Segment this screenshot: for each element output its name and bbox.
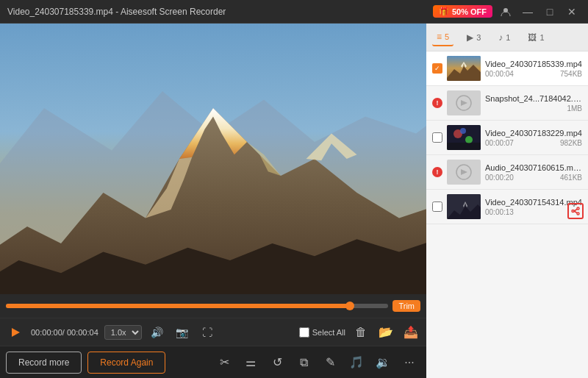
progress-bar[interactable] bbox=[6, 304, 388, 308]
select-all-area: Select All bbox=[299, 327, 345, 338]
image-tab-count: 1 bbox=[539, 33, 544, 42]
title-bar: Video_240307185339.mp4 - Aiseesoft Scree… bbox=[0, 0, 588, 24]
file-info: Video_240307183229.mp4 00:00:07 982KB bbox=[485, 129, 582, 147]
main-layout: Trim 00:00:00/ 00:00:04 0.5x 1.0x 1.5x 2… bbox=[0, 24, 588, 378]
svg-point-8 bbox=[460, 128, 466, 134]
list-item[interactable]: ! Audio_240307160615.mp3 00:00:20 461KB bbox=[426, 155, 588, 190]
right-panel: ≡ 5 ▶ 3 ♪ 1 🖼 1 ✓ bbox=[426, 24, 588, 378]
app-title: Video_240307185339.mp4 - Aiseesoft Scree… bbox=[7, 7, 226, 17]
more-tool[interactable]: ··· bbox=[398, 352, 420, 374]
cut-tool[interactable]: ✂ bbox=[213, 352, 235, 374]
file-meta: 00:00:20 461KB bbox=[485, 174, 582, 182]
file-meta: 1MB bbox=[485, 104, 582, 113]
record-more-button[interactable]: Record more bbox=[6, 352, 82, 374]
tab-all[interactable]: ≡ 5 bbox=[432, 29, 453, 46]
audio-tab-icon: ♪ bbox=[498, 32, 503, 43]
title-bar-left: Video_240307185339.mp4 - Aiseesoft Scree… bbox=[7, 7, 226, 17]
video-tab-icon: ▶ bbox=[467, 32, 473, 43]
user-button[interactable] bbox=[497, 3, 514, 21]
folder-button[interactable]: 📂 bbox=[376, 323, 395, 342]
file-size: 461KB bbox=[560, 174, 582, 182]
equalizer-tool[interactable]: ⚌ bbox=[240, 352, 262, 374]
video-tab-count: 3 bbox=[476, 33, 481, 42]
select-all-checkbox[interactable] bbox=[299, 327, 309, 338]
volume-tool[interactable]: 🔉 bbox=[372, 352, 394, 374]
file-list: ✓ bbox=[426, 51, 588, 378]
promo-badge[interactable]: 🎁 50% OFF bbox=[433, 5, 492, 18]
video-preview bbox=[0, 24, 426, 294]
file-meta: 00:00:04 754KB bbox=[485, 70, 582, 78]
error-icon: ! bbox=[432, 167, 442, 177]
tab-image[interactable]: 🖼 1 bbox=[523, 29, 548, 46]
svg-point-14 bbox=[572, 210, 574, 213]
file-duration: 00:00:04 bbox=[485, 70, 514, 78]
file-thumbnail bbox=[447, 90, 481, 115]
checked-icon: ✓ bbox=[432, 63, 442, 74]
fullscreen-icon[interactable]: ⛶ bbox=[198, 323, 217, 342]
item-checkbox[interactable] bbox=[432, 202, 442, 212]
file-size: 982KB bbox=[560, 139, 582, 147]
bottom-tools: ✂ ⚌ ↺ ⧉ ✎ 🎵 🔉 ··· bbox=[213, 352, 420, 374]
video-panel: Trim 00:00:00/ 00:00:04 0.5x 1.0x 1.5x 2… bbox=[0, 24, 426, 378]
trim-button[interactable]: Trim bbox=[392, 300, 420, 312]
item-share-button[interactable] bbox=[567, 203, 584, 219]
file-size: 754KB bbox=[560, 70, 582, 78]
play-button[interactable] bbox=[6, 323, 25, 342]
maximize-button[interactable]: □ bbox=[541, 3, 559, 21]
list-item[interactable]: ✓ bbox=[426, 51, 588, 86]
svg-rect-9 bbox=[447, 143, 481, 150]
speed-select[interactable]: 0.5x 1.0x 1.5x 2.0x bbox=[104, 325, 142, 340]
record-again-button[interactable]: Record Again bbox=[87, 352, 165, 374]
file-name: Snapshot_24...7184042.png bbox=[485, 94, 582, 103]
select-all-label: Select All bbox=[312, 328, 345, 337]
video-area bbox=[0, 24, 426, 294]
list-item[interactable]: Video_240307154314.mp4 00:00:13 bbox=[426, 190, 588, 224]
camera-icon[interactable]: 📷 bbox=[173, 323, 192, 342]
file-name: Video_240307183229.mp4 bbox=[485, 129, 582, 138]
file-name: Video_240307185339.mp4 bbox=[485, 60, 582, 68]
error-icon: ! bbox=[432, 98, 442, 108]
progress-thumb bbox=[345, 302, 354, 310]
svg-marker-2 bbox=[12, 328, 20, 337]
title-bar-right: 🎁 50% OFF — □ ✕ bbox=[433, 3, 581, 21]
all-tab-icon: ≡ bbox=[437, 32, 442, 42]
audio-tab-count: 1 bbox=[506, 33, 510, 42]
delete-button[interactable]: 🗑 bbox=[351, 323, 370, 342]
audio-tool[interactable]: 🎵 bbox=[345, 352, 368, 374]
copy-tool[interactable]: ⧉ bbox=[293, 352, 315, 374]
file-info: Audio_240307160615.mp3 00:00:20 461KB bbox=[485, 163, 582, 182]
file-meta: 00:00:07 982KB bbox=[485, 139, 582, 147]
gift-icon: 🎁 bbox=[439, 7, 449, 16]
tab-audio[interactable]: ♪ 1 bbox=[494, 29, 514, 46]
file-thumbnail bbox=[447, 160, 481, 185]
bottom-bar: Record more Record Again ✂ ⚌ ↺ ⧉ ✎ 🎵 🔉 ·… bbox=[0, 346, 426, 378]
file-info: Snapshot_24...7184042.png 1MB bbox=[485, 94, 582, 113]
panel-tabs: ≡ 5 ▶ 3 ♪ 1 🖼 1 bbox=[426, 24, 588, 51]
file-name: Audio_240307160615.mp3 bbox=[485, 163, 582, 172]
promo-text: 50% OFF bbox=[452, 7, 487, 16]
rotate-tool[interactable]: ↺ bbox=[266, 352, 288, 374]
timeline-area: Trim bbox=[0, 294, 426, 318]
list-item[interactable]: Video_240307183229.mp4 00:00:07 982KB bbox=[426, 121, 588, 155]
volume-icon[interactable]: 🔊 bbox=[148, 323, 167, 342]
item-checkbox[interactable] bbox=[432, 132, 442, 143]
svg-point-13 bbox=[577, 213, 579, 215]
file-duration: 00:00:20 bbox=[485, 174, 514, 182]
close-button[interactable]: ✕ bbox=[563, 3, 581, 21]
svg-line-16 bbox=[574, 211, 577, 213]
svg-point-12 bbox=[577, 207, 579, 210]
time-display: 00:00:00/ 00:00:04 bbox=[31, 328, 98, 337]
edit-tool[interactable]: ✎ bbox=[319, 352, 341, 374]
image-tab-icon: 🖼 bbox=[528, 32, 537, 43]
minimize-button[interactable]: — bbox=[519, 3, 537, 21]
share-button[interactable]: 📤 bbox=[401, 323, 420, 342]
file-thumbnail bbox=[447, 56, 481, 81]
list-item[interactable]: ! Snapshot_24...7184042.png 1MB bbox=[426, 86, 588, 121]
file-thumbnail bbox=[447, 125, 481, 150]
tab-video[interactable]: ▶ 3 bbox=[462, 29, 485, 46]
file-duration: 00:00:13 bbox=[485, 208, 514, 216]
file-thumbnail bbox=[447, 194, 481, 219]
file-duration: 00:00:07 bbox=[485, 139, 514, 147]
file-info: Video_240307185339.mp4 00:00:04 754KB bbox=[485, 60, 582, 78]
file-size: 1MB bbox=[567, 104, 582, 113]
